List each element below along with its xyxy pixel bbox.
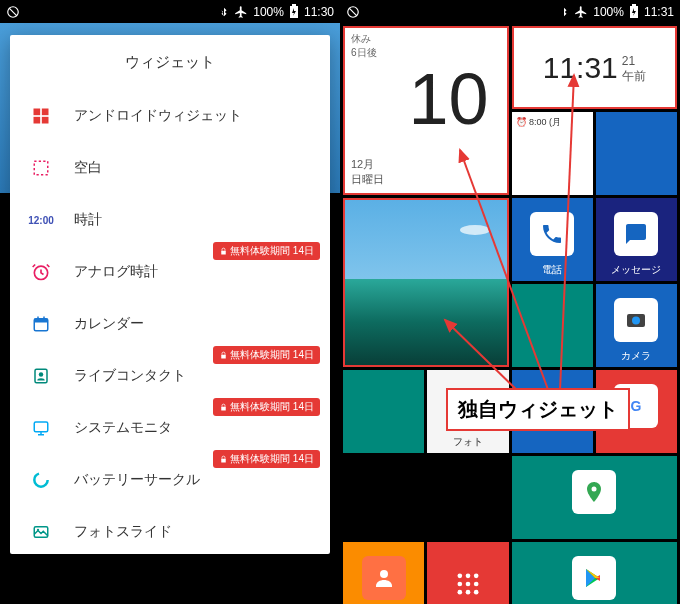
annotation-label: 独自ウィジェット — [446, 388, 630, 431]
status-time: 11:31 — [644, 5, 674, 19]
airplane-icon — [574, 5, 588, 19]
left-phone: 100% 11:30 ウィジェット アンドロイドウィジェット空白12:00時計ア… — [0, 0, 340, 604]
widget-item-blank[interactable]: 空白 — [10, 142, 330, 194]
svg-point-37 — [457, 573, 462, 578]
svg-point-16 — [39, 372, 44, 377]
battery-circle-icon — [30, 469, 52, 491]
battery-icon — [289, 4, 299, 19]
trial-badge: 無料体験期間 14日 — [213, 398, 320, 416]
widget-item-label: フォトスライド — [74, 523, 310, 541]
svg-point-38 — [466, 573, 471, 578]
maps-icon — [582, 480, 606, 504]
contact-icon — [30, 365, 52, 387]
widget-list-panel: ウィジェット アンドロイドウィジェット空白12:00時計アナログ時計無料体験期間… — [10, 35, 330, 554]
svg-point-35 — [592, 486, 597, 491]
widget-item-label: アナログ時計 — [74, 263, 310, 281]
svg-rect-19 — [221, 406, 226, 410]
svg-point-41 — [466, 581, 471, 586]
svg-rect-8 — [34, 161, 48, 175]
widget-item-label: 空白 — [74, 159, 310, 177]
widget-item-label: カレンダー — [74, 315, 310, 333]
svg-rect-17 — [221, 354, 226, 358]
svg-point-45 — [474, 589, 479, 594]
battery-pct: 100% — [253, 5, 284, 19]
svg-line-49 — [560, 75, 574, 390]
bluetooth-icon — [559, 5, 569, 19]
svg-point-20 — [34, 473, 47, 486]
bluetooth-icon — [219, 5, 229, 19]
svg-rect-30 — [632, 4, 636, 6]
widget-item-android-widget[interactable]: アンドロイドウィジェット — [10, 90, 330, 142]
maps-tile[interactable] — [512, 456, 678, 539]
widget-item-label: アンドロイドウィジェット — [74, 107, 310, 125]
svg-line-1 — [9, 7, 17, 15]
battery-icon — [629, 4, 639, 19]
widget-item-label: システムモニタ — [74, 419, 310, 437]
widget-item-monitor[interactable]: システムモニタ無料体験期間 14日 — [10, 402, 330, 454]
apps-tile[interactable]: アプリ — [427, 542, 508, 604]
svg-rect-21 — [221, 458, 226, 462]
widget-item-label: バッテリーサークル — [74, 471, 310, 489]
battery-pct: 100% — [593, 5, 624, 19]
photo-icon — [30, 521, 52, 543]
svg-point-43 — [457, 589, 462, 594]
svg-point-44 — [466, 589, 471, 594]
widget-item-photo[interactable]: フォトスライド — [10, 506, 330, 554]
trial-badge: 無料体験期間 14日 — [213, 242, 320, 260]
widget-item-contact[interactable]: ライブコンタクト無料体験期間 14日 — [10, 350, 330, 402]
svg-rect-7 — [42, 117, 49, 124]
status-time: 11:30 — [304, 5, 334, 19]
svg-rect-12 — [34, 319, 48, 323]
clock-digital-icon: 12:00 — [30, 209, 52, 231]
svg-point-36 — [380, 570, 388, 578]
trial-badge: 無料体験期間 14日 — [213, 450, 320, 468]
svg-rect-10 — [221, 250, 226, 254]
widget-item-clock-digital[interactable]: 12:00時計 — [10, 194, 330, 246]
widget-item-label: ライブコンタクト — [74, 367, 310, 385]
contact-tile[interactable]: コンタクト — [343, 542, 424, 604]
svg-point-40 — [457, 581, 462, 586]
status-bar-left: 100% 11:30 — [0, 0, 340, 23]
contact-icon — [372, 566, 396, 590]
blank-icon — [30, 157, 52, 179]
annotation-arrows — [340, 20, 680, 450]
playstore-icon — [582, 566, 606, 590]
svg-rect-18 — [34, 422, 48, 432]
widget-item-calendar[interactable]: カレンダー — [10, 298, 330, 350]
svg-rect-5 — [42, 109, 49, 116]
svg-rect-4 — [34, 109, 41, 116]
svg-rect-3 — [292, 4, 296, 6]
android-widget-icon — [30, 105, 52, 127]
svg-point-23 — [37, 529, 39, 531]
widget-panel-title: ウィジェット — [10, 35, 330, 90]
monitor-icon — [30, 417, 52, 439]
svg-line-28 — [349, 7, 357, 15]
apps-grid-icon — [454, 570, 482, 598]
widget-item-battery-circle[interactable]: バッテリーサークル無料体験期間 14日 — [10, 454, 330, 506]
no-sim-icon — [346, 5, 360, 19]
alarm-icon — [30, 261, 52, 283]
trial-badge: 無料体験期間 14日 — [213, 346, 320, 364]
svg-line-48 — [460, 150, 550, 395]
svg-line-50 — [445, 320, 525, 398]
svg-point-42 — [474, 581, 479, 586]
svg-rect-6 — [34, 117, 41, 124]
svg-point-39 — [474, 573, 479, 578]
widget-item-label: 時計 — [74, 211, 310, 229]
widget-item-alarm[interactable]: アナログ時計無料体験期間 14日 — [10, 246, 330, 298]
calendar-icon — [30, 313, 52, 335]
playstore-tile[interactable]: Play ストア — [512, 542, 678, 604]
no-sim-icon — [6, 5, 20, 19]
airplane-icon — [234, 5, 248, 19]
